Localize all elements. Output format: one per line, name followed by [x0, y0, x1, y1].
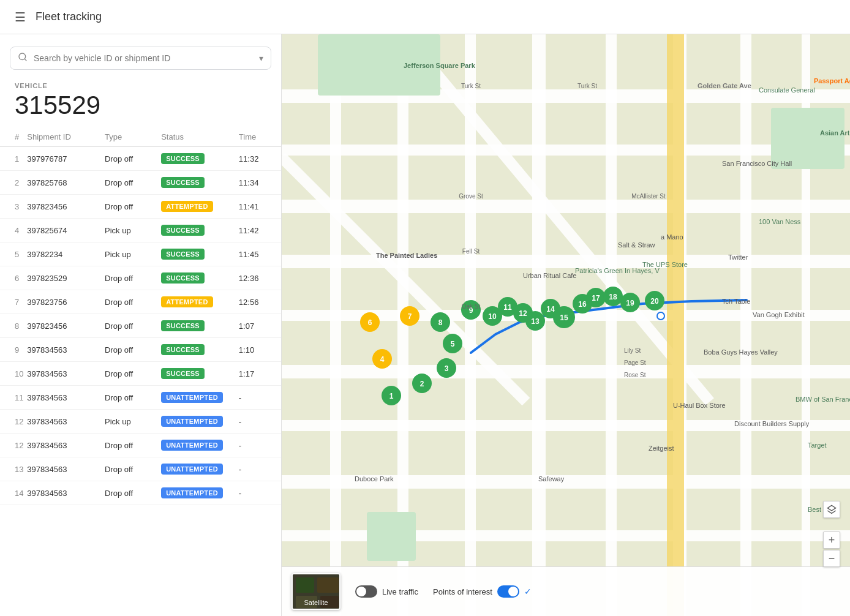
row-num: 7 — [0, 290, 27, 314]
status-badge: UNATTEMPTED — [161, 464, 223, 475]
row-num: 11 — [0, 386, 27, 410]
row-time: 1:10 — [239, 338, 281, 362]
col-time: Time — [239, 127, 281, 147]
row-time: 12:56 — [239, 290, 281, 314]
table-row[interactable]: 11 397834563 Drop off UNATTEMPTED - — [0, 386, 281, 410]
col-num: # — [0, 127, 27, 147]
map-area[interactable]: 1 2 3 4 5 6 7 8 9 10 11 12 13 — [282, 34, 850, 616]
row-shipment-id: 397823756 — [27, 290, 105, 314]
svg-text:100 Van Ness: 100 Van Ness — [759, 218, 801, 225]
svg-text:14: 14 — [546, 305, 555, 314]
table-row[interactable]: 3 397823456 Drop off ATTEMPTED 11:41 — [0, 195, 281, 219]
status-badge: SUCCESS — [161, 368, 205, 379]
svg-text:5: 5 — [451, 340, 455, 348]
row-shipment-id: 397834563 — [27, 362, 105, 386]
row-shipment-id: 397834563 — [27, 434, 105, 457]
table-row[interactable]: 2 397825768 Drop off SUCCESS 11:34 — [0, 171, 281, 195]
svg-rect-6 — [282, 255, 850, 268]
row-shipment-id: 397976787 — [27, 147, 105, 171]
row-type: Drop off — [105, 171, 161, 195]
row-status: ATTEMPTED — [161, 195, 239, 219]
row-num: 13 — [0, 457, 27, 481]
table-row[interactable]: 1 397976787 Drop off SUCCESS 11:32 — [0, 147, 281, 171]
app-header: ☰ Fleet tracking — [0, 0, 850, 34]
svg-text:The UPS Store: The UPS Store — [642, 261, 688, 268]
poi-toggle[interactable] — [497, 585, 519, 598]
satellite-thumbnail[interactable]: Satellite — [291, 573, 340, 610]
live-traffic-toggle[interactable] — [355, 585, 377, 598]
status-badge: ATTEMPTED — [161, 201, 212, 212]
row-time: 1:17 — [239, 362, 281, 386]
svg-text:7: 7 — [408, 312, 412, 321]
svg-line-1 — [24, 59, 26, 61]
row-status: UNATTEMPTED — [161, 481, 239, 505]
row-status: UNATTEMPTED — [161, 386, 239, 410]
poi-check-icon: ✓ — [524, 587, 532, 596]
zoom-in-button[interactable]: + — [823, 531, 840, 549]
svg-text:Rose St: Rose St — [624, 372, 646, 378]
app-title: Fleet tracking — [36, 10, 102, 23]
svg-text:Urban Ritual Cafe: Urban Ritual Cafe — [523, 272, 576, 279]
vehicle-id: 315529 — [0, 91, 281, 127]
svg-marker-106 — [827, 505, 835, 511]
poi-label: Points of interest — [433, 587, 492, 596]
row-time: 11:32 — [239, 147, 281, 171]
row-num: 2 — [0, 171, 27, 195]
svg-text:2: 2 — [420, 380, 424, 388]
map-layers-button[interactable] — [823, 501, 840, 518]
status-badge: SUCCESS — [161, 320, 205, 331]
status-badge: SUCCESS — [161, 249, 205, 260]
table-row[interactable]: 7 397823756 Drop off ATTEMPTED 12:56 — [0, 290, 281, 314]
row-type: Drop off — [105, 481, 161, 505]
svg-rect-12 — [330, 34, 341, 616]
table-row[interactable]: 8 397823456 Drop off SUCCESS 1:07 — [0, 314, 281, 338]
svg-rect-18 — [740, 34, 751, 616]
map-bottom-bar: Satellite Live traffic Points of interes… — [282, 566, 850, 616]
row-num: 6 — [0, 266, 27, 290]
table-body: 1 397976787 Drop off SUCCESS 11:32 2 397… — [0, 147, 281, 505]
svg-text:Van Gogh Exhibit: Van Gogh Exhibit — [753, 311, 805, 318]
table-row[interactable]: 12 397834563 Pick up UNATTEMPTED - — [0, 410, 281, 434]
svg-rect-5 — [282, 200, 850, 213]
search-bar[interactable]: ▾ — [10, 47, 271, 70]
row-num: 4 — [0, 219, 27, 242]
table-row[interactable]: 4 397825674 Pick up SUCCESS 11:42 — [0, 219, 281, 242]
row-type: Drop off — [105, 314, 161, 338]
svg-text:13: 13 — [531, 317, 540, 326]
row-time: 12:36 — [239, 266, 281, 290]
row-shipment-id: 39782234 — [27, 242, 105, 266]
row-status: UNATTEMPTED — [161, 434, 239, 457]
row-shipment-id: 397825674 — [27, 219, 105, 242]
row-shipment-id: 397825768 — [27, 171, 105, 195]
table-row[interactable]: 13 397834563 Drop off UNATTEMPTED - — [0, 457, 281, 481]
row-shipment-id: 397823456 — [27, 314, 105, 338]
row-shipment-id: 397834563 — [27, 386, 105, 410]
table-row[interactable]: 12 397834563 Drop off UNATTEMPTED - — [0, 434, 281, 457]
table-row[interactable]: 14 397834563 Drop off UNATTEMPTED - — [0, 481, 281, 505]
map-zoom-controls: + − — [823, 531, 840, 567]
table-row[interactable]: 10 397834563 Drop off SUCCESS 1:17 — [0, 362, 281, 386]
svg-text:Target: Target — [808, 441, 827, 449]
search-dropdown-icon[interactable]: ▾ — [259, 53, 263, 63]
svg-text:Tch Table: Tch Table — [722, 298, 750, 305]
status-badge: UNATTEMPTED — [161, 487, 223, 498]
table-row[interactable]: 6 397823529 Drop off SUCCESS 12:36 — [0, 266, 281, 290]
row-status: SUCCESS — [161, 242, 239, 266]
row-num: 14 — [0, 481, 27, 505]
svg-text:McAllister St: McAllister St — [631, 193, 666, 200]
svg-text:Duboce Park: Duboce Park — [355, 475, 394, 483]
svg-text:Turk St: Turk St — [577, 83, 597, 89]
table-row[interactable]: 9 397834563 Drop off SUCCESS 1:10 — [0, 338, 281, 362]
svg-text:6: 6 — [368, 318, 372, 327]
row-shipment-id: 397834563 — [27, 338, 105, 362]
svg-text:8: 8 — [438, 318, 443, 327]
row-status: SUCCESS — [161, 171, 239, 195]
zoom-out-button[interactable]: − — [823, 550, 840, 567]
menu-icon[interactable]: ☰ — [15, 10, 26, 24]
row-time: - — [239, 457, 281, 481]
table-row[interactable]: 5 39782234 Pick up SUCCESS 11:45 — [0, 242, 281, 266]
svg-text:15: 15 — [560, 314, 568, 322]
row-status: SUCCESS — [161, 338, 239, 362]
status-badge: SUCCESS — [161, 177, 205, 188]
search-input[interactable] — [34, 53, 259, 63]
